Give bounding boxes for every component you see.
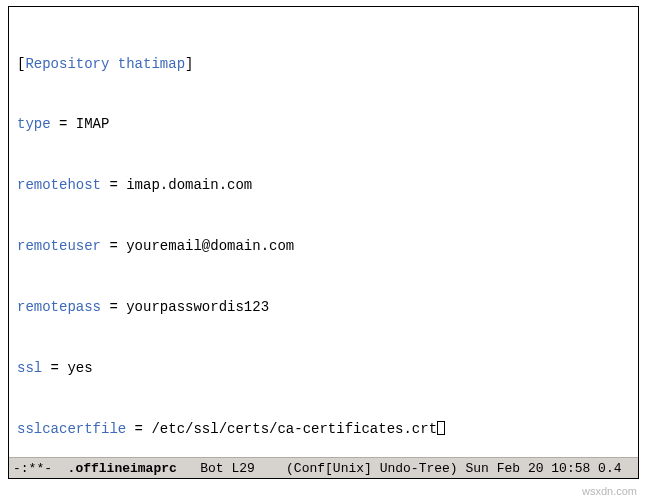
modeline-time: Sun Feb 20 10:58 0.4: [458, 461, 622, 476]
config-section-header: [Repository thatimap]: [17, 54, 630, 74]
key-remotepass: remotepass: [17, 299, 101, 315]
key-ssl: ssl: [17, 360, 42, 376]
config-line-ssl: ssl = yes: [17, 358, 630, 378]
val-remotehost: = imap.domain.com: [101, 177, 252, 193]
modeline-buffer-name: .offlineimaprc: [68, 461, 177, 476]
val-remoteuser: = youremail@domain.com: [101, 238, 294, 254]
val-type: = IMAP: [51, 116, 110, 132]
editor-window: [Repository thatimap] type = IMAP remote…: [8, 6, 639, 479]
modeline-modes: (Conf[Unix] Undo-Tree): [286, 461, 458, 476]
config-line-sslcacertfile: sslcacertfile = /etc/ssl/certs/ca-certif…: [17, 419, 630, 439]
key-remoteuser: remoteuser: [17, 238, 101, 254]
key-sslcacertfile: sslcacertfile: [17, 421, 126, 437]
config-line-remoteuser: remoteuser = youremail@domain.com: [17, 236, 630, 256]
modeline-status: -:**-: [13, 461, 68, 476]
text-cursor: [437, 421, 445, 435]
watermark: wsxdn.com: [582, 485, 637, 497]
key-type: type: [17, 116, 51, 132]
mode-line: -:**- .offlineimaprc Bot L29 (Conf[Unix]…: [9, 457, 638, 478]
config-line-type: type = IMAP: [17, 114, 630, 134]
key-remotehost: remotehost: [17, 177, 101, 193]
editor-buffer[interactable]: [Repository thatimap] type = IMAP remote…: [9, 7, 638, 457]
val-ssl: = yes: [42, 360, 92, 376]
bracket-close: ]: [185, 56, 193, 72]
val-remotepass: = yourpasswordis123: [101, 299, 269, 315]
config-line-remotehost: remotehost = imap.domain.com: [17, 175, 630, 195]
val-sslcacertfile: = /etc/ssl/certs/ca-certificates.crt: [126, 421, 437, 437]
section-name: Repository thatimap: [25, 56, 185, 72]
modeline-position: Bot L29: [177, 461, 286, 476]
config-line-remotepass: remotepass = yourpasswordis123: [17, 297, 630, 317]
